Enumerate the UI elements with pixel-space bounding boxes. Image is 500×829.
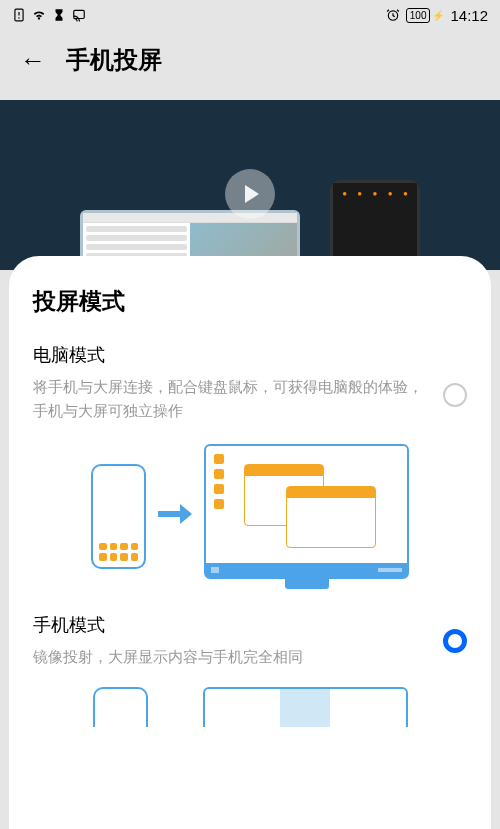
phone-mode-option[interactable]: 手机模式 镜像投射，大屏显示内容与手机完全相同 [33,613,467,727]
phone-mode-radio[interactable] [443,629,467,653]
battery-indicator: 100 ⚡ [406,8,445,23]
illus-phone-2-icon [93,687,148,727]
battery-level: 100 [406,8,431,23]
charging-icon: ⚡ [432,10,444,21]
alarm-icon [386,8,400,22]
wifi-icon [32,8,46,22]
illus-monitor-2-icon [203,687,408,727]
status-bar: 100 ⚡ 14:12 [0,0,500,30]
illus-monitor-icon [204,444,409,589]
phone-mode-title: 手机模式 [33,613,423,637]
page-title: 手机投屏 [66,44,162,76]
sim-alert-icon [12,8,26,22]
status-right-group: 100 ⚡ 14:12 [386,7,488,24]
play-video-button[interactable] [225,169,275,219]
phone-mode-illustration [33,687,467,727]
sheet-title: 投屏模式 [33,286,467,317]
arrow-right-icon [158,499,192,533]
title-bar: ← 手机投屏 [0,30,500,100]
clock-time: 14:12 [450,7,488,24]
desktop-mode-radio[interactable] [443,383,467,407]
phone-mode-desc: 镜像投射，大屏显示内容与手机完全相同 [33,645,423,669]
mode-selection-sheet: 投屏模式 电脑模式 将手机与大屏连接，配合键盘鼠标，可获得电脑般的体验，手机与大… [9,256,491,829]
back-button[interactable]: ← [20,45,46,76]
preview-video-area[interactable]: ●●●●● [0,100,500,270]
svg-rect-3 [74,10,85,18]
status-left-group [12,8,86,22]
svg-point-2 [18,17,20,19]
illus-phone-icon [91,464,146,569]
cast-icon [72,8,86,22]
desktop-mode-illustration [33,441,467,591]
desktop-mode-option[interactable]: 电脑模式 将手机与大屏连接，配合键盘鼠标，可获得电脑般的体验，手机与大屏可独立操… [33,343,467,591]
desktop-mode-title: 电脑模式 [33,343,423,367]
hourglass-icon [52,8,66,22]
desktop-mode-desc: 将手机与大屏连接，配合键盘鼠标，可获得电脑般的体验，手机与大屏可独立操作 [33,375,423,423]
